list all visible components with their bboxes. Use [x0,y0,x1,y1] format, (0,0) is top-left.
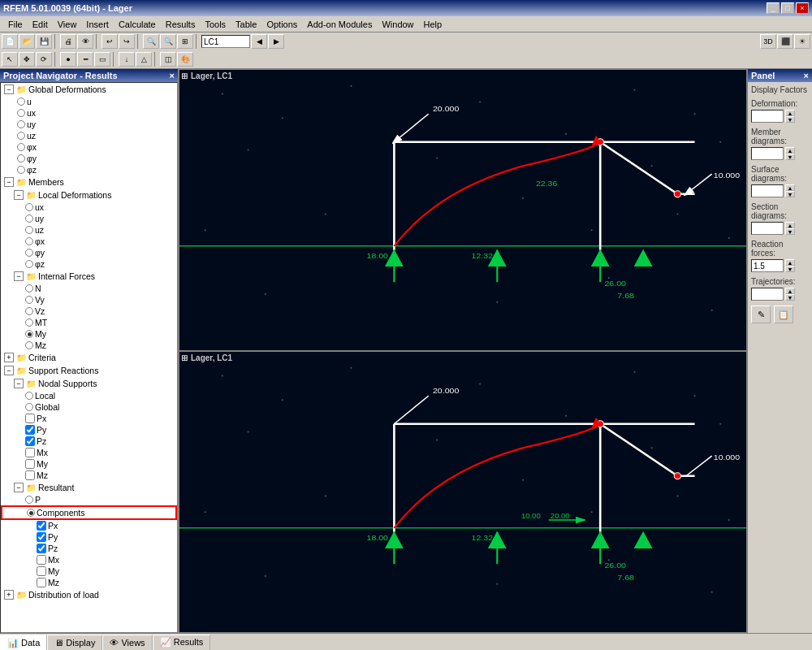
expand-internal[interactable]: − [14,271,24,281]
radio-local-phix[interactable] [25,237,33,245]
radio-local-ux[interactable] [25,203,33,211]
tb-render[interactable]: ⬛ [777,34,793,49]
tree-MT[interactable]: MT [1,317,177,328]
tree-ns-My[interactable]: My [1,458,177,470]
member-diag-field[interactable] [751,147,784,160]
tree-phiy[interactable]: φy [1,153,177,164]
traj-down[interactable]: ▼ [785,294,795,301]
section-down[interactable]: ▼ [785,228,795,235]
tree-N[interactable]: N [1,283,177,294]
tree-local[interactable]: Local [1,390,177,401]
tb-load[interactable]: ↓ [119,52,135,67]
tb-light[interactable]: ☀ [794,34,810,49]
tb-support[interactable]: △ [136,52,152,67]
tb-zoom-all[interactable]: ⊞ [177,34,193,49]
radio-phiy[interactable] [17,154,25,162]
minimize-button[interactable]: _ [767,2,780,14]
tree-local-ux[interactable]: ux [1,202,177,213]
cb-ns-Pz[interactable] [25,436,35,446]
tree-phiz[interactable]: φz [1,164,177,176]
tree-u[interactable]: u [1,96,177,107]
tree-comp-My[interactable]: My [1,566,177,577]
reaction-field[interactable] [751,259,784,272]
expand-members[interactable]: − [4,177,14,187]
radio-Vy[interactable] [25,296,33,304]
surface-diag-field[interactable] [751,184,784,197]
tb-move[interactable]: ✥ [19,52,35,67]
rpanel-copy-btn[interactable]: 📋 [774,306,793,323]
expand-nodal[interactable]: − [14,379,24,388]
tree-phix[interactable]: φx [1,141,177,153]
cb-ns-Px[interactable] [25,414,35,423]
surface-up[interactable]: ▲ [785,184,795,191]
reaction-up[interactable]: ▲ [785,259,795,266]
viewport-top[interactable]: ⊞ Lager, LC1 [179,69,747,351]
tree-nodal-supports[interactable]: − 📁 Nodal Supports [1,377,177,390]
cb-comp-Px[interactable] [37,521,46,531]
tab-data[interactable]: 📊 Data [0,635,47,651]
cb-comp-Mx[interactable] [37,555,46,565]
tree-uz[interactable]: uz [1,130,177,141]
radio-global[interactable] [25,403,33,411]
expand-resultant[interactable]: − [14,483,24,492]
tb-zoom-in[interactable]: 🔍 [143,34,159,49]
tree-ns-Px[interactable]: Px [1,413,177,424]
panel-close-button[interactable]: × [170,71,175,80]
tree-local-phix[interactable]: φx [1,236,177,247]
radio-Vz[interactable] [25,307,33,315]
tab-results[interactable]: 📈 Results [153,635,211,651]
expand-local-def[interactable]: − [14,190,24,200]
tree-ns-Mx[interactable]: Mx [1,447,177,458]
radio-u[interactable] [17,98,25,106]
member-down[interactable]: ▼ [785,154,795,160]
rpanel-close[interactable]: × [804,71,809,80]
tree-Vy[interactable]: Vy [1,294,177,306]
menu-file[interactable]: File [3,18,28,31]
radio-My[interactable] [25,330,33,338]
radio-uy[interactable] [17,120,25,128]
tree-uy[interactable]: uy [1,119,177,130]
tb-save[interactable]: 💾 [36,34,52,49]
radio-ux[interactable] [17,109,25,117]
tb-display[interactable]: ◫ [160,52,176,67]
member-up[interactable]: ▲ [785,147,795,154]
tb-next-lc[interactable]: ▶ [268,34,284,49]
tb-open[interactable]: 📂 [19,34,35,49]
radio-uz[interactable] [17,132,25,140]
deformation-up[interactable]: ▲ [785,110,795,116]
tb-undo[interactable]: ↩ [102,34,118,49]
rpanel-edit-btn[interactable]: ✎ [751,306,771,323]
tree-local-uy[interactable]: uy [1,213,177,224]
menu-table[interactable]: Table [231,18,261,31]
tb-prev-lc[interactable]: ◀ [251,34,267,49]
cb-ns-Mx[interactable] [25,448,35,457]
tree-global-deformations[interactable]: − 📁 Global Deformations [1,83,177,96]
tb-zoom-out[interactable]: 🔍 [160,34,176,49]
tree-resultant[interactable]: − 📁 Resultant [1,481,177,494]
radio-Mz[interactable] [25,341,33,349]
tb-color[interactable]: 🎨 [177,52,193,67]
cb-comp-Mz[interactable] [37,578,46,587]
tree-ns-Py[interactable]: Py [1,424,177,436]
maximize-button[interactable]: □ [781,2,794,14]
tree-Vz[interactable]: Vz [1,306,177,317]
cb-comp-Py[interactable] [37,532,46,542]
radio-MT[interactable] [25,318,33,327]
tree-comp-Py[interactable]: Py [1,531,177,543]
tree-container[interactable]: − 📁 Global Deformations u ux uy [0,82,178,633]
radio-res-comp[interactable] [27,509,35,517]
tb-3d[interactable]: 3D [760,34,776,49]
tb-beam[interactable]: ━ [77,52,93,67]
tb-redo[interactable]: ↪ [119,34,135,49]
menu-insert[interactable]: Insert [81,18,114,31]
cb-ns-Py[interactable] [25,425,35,435]
tree-comp-Pz[interactable]: Pz [1,543,177,554]
radio-local-phiz[interactable] [25,260,33,268]
tb-select[interactable]: ↖ [2,52,18,67]
tb-node[interactable]: ● [60,52,76,67]
tab-views[interactable]: 👁 Views [102,635,152,651]
tb-preview[interactable]: 👁 [77,34,93,49]
menu-options[interactable]: Options [261,18,302,31]
tree-local-phiy[interactable]: φy [1,247,177,258]
radio-N[interactable] [25,284,33,292]
